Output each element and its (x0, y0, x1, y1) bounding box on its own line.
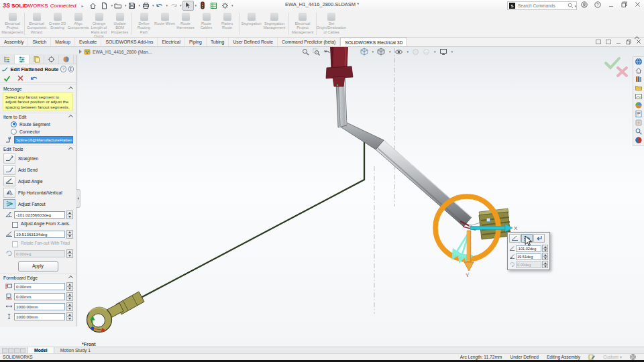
dropdown-icon[interactable]: ▾ (451, 50, 453, 54)
login-user-icon[interactable] (580, 1, 588, 8)
tag-globe-icon[interactable] (630, 354, 636, 360)
tool-flip-horizontal-vertical[interactable]: Flip Horizontal/Vertical (3, 188, 72, 198)
search-dropdown-icon[interactable]: ▾ (574, 4, 576, 8)
formboard-y-offset-field[interactable]: 0.00mm (14, 293, 65, 300)
message-section-header[interactable]: Message (0, 84, 76, 92)
ribbon-button[interactable]: Update BOM Properties (109, 11, 130, 34)
tab-model[interactable]: Model (28, 347, 54, 353)
hide-show-items-icon[interactable] (394, 48, 403, 56)
custom-properties-icon[interactable] (635, 110, 643, 118)
dropdown-icon[interactable]: ▾ (138, 3, 140, 7)
dropdown-icon[interactable]: ▾ (372, 50, 374, 54)
doc-close-button[interactable] (636, 39, 641, 44)
radio-button-selected[interactable] (11, 121, 17, 127)
context-spinner[interactable] (542, 253, 548, 260)
ribbon-button[interactable]: Align Components (68, 11, 89, 30)
property-manager-tab-icon[interactable] (15, 55, 30, 64)
tree-expand-icon[interactable] (79, 50, 82, 54)
ribbon-button[interactable]: Electrical Project Management (2, 11, 23, 34)
help-icon[interactable]: ? (594, 1, 601, 8)
tab-tubing[interactable]: Tubing (207, 38, 229, 46)
home-icon[interactable] (88, 1, 98, 10)
fanout-spacing-spinner[interactable] (66, 230, 73, 239)
ribbon-button[interactable]: Define Routing Path (133, 11, 154, 34)
zoom-to-area-icon[interactable] (313, 48, 320, 56)
fanout-angle-spinner[interactable] (66, 210, 73, 219)
apply-scene-icon[interactable] (423, 48, 430, 56)
edit-appearance-icon[interactable] (412, 48, 419, 56)
item-to-edit-section-header[interactable]: Item to Edit (0, 113, 76, 120)
tool-add-bend[interactable]: Add Bend (3, 165, 72, 175)
formboard-width-spinner[interactable] (66, 302, 73, 311)
collapse-icon[interactable] (68, 276, 73, 280)
redo-icon[interactable] (168, 1, 178, 10)
dropdown-icon[interactable]: ▾ (166, 3, 168, 7)
tab-user-defined-route[interactable]: User Defined Route (229, 38, 278, 46)
options-gear-icon[interactable] (220, 1, 230, 10)
ribbon-button[interactable]: Electrical Component Wizard (26, 11, 47, 34)
checkbox-rotate-fanout-with-triad[interactable]: Rotate Fan-out With Triad (12, 241, 73, 247)
new-document-icon[interactable] (99, 1, 109, 10)
tab-markup[interactable]: Markup (51, 38, 75, 46)
ribbon-button[interactable]: Route Harnesses (175, 11, 196, 30)
tool-adjust-angle[interactable]: Adjust Angle (3, 176, 72, 186)
status-config-dropdown[interactable]: Custom ▾ (603, 355, 622, 360)
tab-command-predictor[interactable]: Command Predictor (beta) (278, 38, 340, 46)
formboard-height-field[interactable]: 1000.00mm (14, 313, 65, 320)
rebuild-traffic-light-icon[interactable] (197, 1, 207, 10)
zoom-to-fit-icon[interactable] (302, 48, 309, 56)
ribbon-button[interactable]: Segregation Management (262, 11, 287, 30)
appearances-scenes-icon[interactable] (635, 101, 643, 109)
dropdown-icon[interactable]: ▾ (195, 3, 197, 7)
tab-solidworks-electrical-3d[interactable]: SOLIDWORKS Electrical 3D (340, 38, 407, 46)
search-input[interactable] (517, 3, 568, 9)
selection-field[interactable]: Spline16@ManufactureFlattene (14, 136, 73, 143)
formboard-x-offset-spinner[interactable] (66, 282, 73, 291)
tab-evaluate[interactable]: Evaluate (75, 38, 101, 46)
checkbox-adjust-angle-from-x-axis[interactable]: Adjust Angle From X-axis. (12, 221, 73, 228)
routing-library-icon[interactable] (635, 127, 643, 135)
panel-splitter-handle[interactable] (76, 189, 80, 208)
ribbon-button[interactable]: Route Wires (154, 11, 175, 25)
radio-button[interactable] (11, 129, 17, 135)
doc-window-icon[interactable] (606, 39, 611, 44)
radio-route-segment[interactable]: Route Segment (11, 121, 73, 127)
electrical-catalog-icon[interactable] (635, 119, 643, 127)
close-button[interactable] (634, 1, 641, 8)
formboard-height-spinner[interactable] (66, 312, 73, 321)
dropdown-icon[interactable]: ▾ (111, 3, 113, 7)
undo-icon[interactable] (154, 1, 164, 10)
feature-manager-tab-icon[interactable] (0, 55, 15, 64)
view-orientation-icon[interactable] (360, 48, 368, 56)
ok-button[interactable] (3, 75, 11, 82)
collapse-icon[interactable] (68, 115, 73, 119)
formboard-width-field[interactable]: 1000.00mm (14, 303, 65, 310)
dropdown-icon[interactable]: ▾ (335, 50, 337, 54)
tab-sketch[interactable]: Sketch (28, 38, 51, 46)
tool-adjust-fanout[interactable]: Adjust Fanout (3, 199, 72, 209)
ribbon-button[interactable]: Change Length of Rails and Ducts (89, 11, 109, 38)
tab-piping[interactable]: Piping (185, 38, 207, 46)
file-explorer-icon[interactable] (635, 84, 643, 92)
doc-restore-button[interactable] (626, 39, 631, 44)
cancel-button[interactable] (17, 75, 23, 81)
collapse-icon[interactable] (68, 147, 73, 152)
search-icon[interactable] (568, 3, 574, 9)
tab-solidworks-add-ins[interactable]: SOLIDWORKS Add-Ins (101, 38, 158, 46)
display-style-icon[interactable] (377, 48, 385, 56)
dimxpert-manager-tab-icon[interactable] (44, 55, 59, 64)
print-icon[interactable] (141, 1, 151, 10)
context-fanout-spacing-field[interactable]: 19.51deg (516, 253, 541, 260)
solidworks-resources-icon[interactable] (635, 58, 643, 66)
design-table-icon[interactable] (209, 1, 219, 10)
context-spinner[interactable] (542, 245, 548, 252)
doc-minimize-button[interactable] (616, 39, 621, 44)
edit-tools-section-header[interactable]: Edit Tools (0, 145, 76, 152)
dropdown-icon[interactable]: ▾ (180, 3, 182, 7)
fanout-angle-field[interactable]: -101.02356603deg (14, 211, 65, 219)
dropdown-icon[interactable]: ▾ (152, 3, 154, 7)
context-adjust-angle-button[interactable] (509, 234, 521, 243)
flyout-feature-tree[interactable]: EWA_H1_4416_2800 (Man... (79, 48, 152, 55)
previous-view-icon[interactable] (323, 48, 331, 56)
ribbon-button[interactable]: Route Cables (196, 11, 217, 30)
